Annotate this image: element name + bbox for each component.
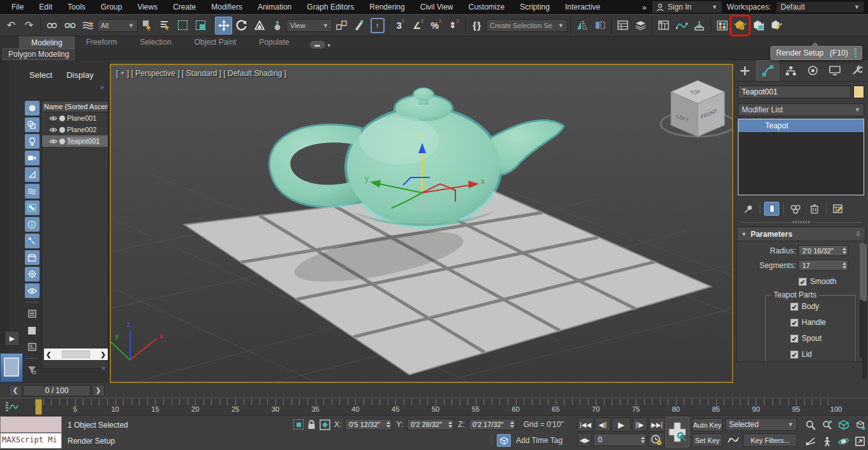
object-name-label[interactable]: Plane002 <box>67 126 97 133</box>
key-filters-button[interactable]: Key Filters... <box>743 433 797 447</box>
mini-curve-editor-icon[interactable] <box>3 400 20 413</box>
absolute-mode-toggle[interactable] <box>320 419 330 430</box>
explorer-overflow2-icon[interactable]: » <box>101 364 105 371</box>
configure-modifier-sets-icon[interactable] <box>830 202 846 216</box>
named-selection-sets-dropdown[interactable]: Create Selection Se▼ <box>486 19 568 32</box>
filter-spacewarps-icon[interactable] <box>25 184 40 199</box>
auto-key-button[interactable]: Auto Key <box>692 418 723 431</box>
tab-modify-icon[interactable] <box>756 60 780 81</box>
selection-filter-dropdown[interactable]: All▼ <box>97 19 138 32</box>
select-and-link-icon[interactable] <box>43 17 61 34</box>
menu-graph-editors[interactable]: Graph Editors <box>299 0 362 14</box>
menu-edit[interactable]: Edit <box>31 0 60 14</box>
set-keys-button[interactable] <box>665 417 689 447</box>
explorer-horizontal-scrollbar[interactable]: ❮ ❯ <box>44 349 108 360</box>
select-and-manipulate-icon[interactable] <box>351 17 368 34</box>
previous-frame-button[interactable]: ◀|| <box>595 417 610 431</box>
menu-file[interactable]: File <box>4 0 31 14</box>
scene-object-row-plane002[interactable]: Plane002 <box>42 124 108 135</box>
snaps-toggle-3d-icon[interactable]: 3ˀ <box>392 17 409 34</box>
edit-named-selection-sets-icon[interactable]: {⁄} <box>468 17 485 34</box>
scrollbar-thumb[interactable] <box>62 350 90 358</box>
frozen-dot-icon[interactable] <box>59 116 65 121</box>
filter-helpers-icon[interactable] <box>25 167 40 182</box>
modifier-list-dropdown[interactable]: Modifier List ▼ <box>738 103 864 116</box>
scene-object-row-plane001[interactable]: Plane001 <box>42 112 108 124</box>
zoom-extents-icon[interactable] <box>835 417 851 433</box>
filter-funnel-icon[interactable] <box>25 363 40 377</box>
handle-checkbox[interactable]: ✔ <box>790 319 798 327</box>
unlink-selection-icon[interactable] <box>61 17 78 34</box>
select-and-move-button[interactable] <box>215 17 232 34</box>
stack-item-teapot[interactable]: Teapot <box>739 119 864 132</box>
detail-view-icon[interactable] <box>25 340 40 354</box>
filter-containers-icon[interactable] <box>25 200 40 215</box>
filter-geometry-icon[interactable] <box>25 101 40 116</box>
frozen-dot-icon[interactable] <box>59 139 65 144</box>
orbit-icon[interactable] <box>835 433 851 449</box>
curve-editor-icon[interactable] <box>673 17 690 34</box>
frame-display[interactable]: 0 / 100 <box>23 385 91 396</box>
frozen-dot-icon[interactable] <box>59 127 65 133</box>
menu-customize[interactable]: Customize <box>461 0 513 14</box>
redo-button[interactable]: ↷ <box>20 17 38 34</box>
select-and-scale-button[interactable] <box>251 17 268 34</box>
tab-utilities-icon[interactable] <box>846 60 868 81</box>
filter-groups-icon[interactable] <box>25 250 40 265</box>
scroll-right-icon[interactable]: ❯ <box>101 351 106 358</box>
filter-xref-icon[interactable] <box>25 217 40 232</box>
radius-field[interactable]: 2'0 16/32" <box>798 245 848 256</box>
menu-overflow-icon[interactable]: » <box>642 3 647 12</box>
material-editor-icon[interactable] <box>714 17 731 34</box>
visibility-eye-icon[interactable] <box>49 127 57 133</box>
select-by-name-icon[interactable] <box>156 17 173 34</box>
menu-rendering[interactable]: Rendering <box>362 0 412 14</box>
y-coordinate-field[interactable]: 0'2 28/32" <box>407 419 454 430</box>
object-name-field[interactable]: Teapot001 <box>738 86 851 98</box>
viewport-label[interactable]: [ + ] [ Perspective ] [ Standard ] [ Def… <box>116 69 286 78</box>
object-name-label[interactable]: Plane001 <box>67 114 97 122</box>
modifier-stack[interactable]: Teapot <box>738 119 864 195</box>
lid-checkbox[interactable]: ✔ <box>790 350 798 359</box>
spinner-snap-toggle-icon[interactable]: ⇕ˀ <box>445 17 462 34</box>
angle-snap-toggle-icon[interactable]: ∠ˀ <box>409 17 427 34</box>
bind-to-space-warp-icon[interactable] <box>79 17 96 34</box>
set-key-button[interactable]: Set Key <box>692 433 723 447</box>
isolate-selection-toggle[interactable] <box>293 419 304 430</box>
next-frame-button[interactable]: ❯ <box>92 385 105 396</box>
time-slider-ruler[interactable]: 0510152025303540455055606570758085909510… <box>0 398 868 416</box>
go-to-end-button[interactable]: ▶▶| <box>649 417 665 431</box>
percent-snap-toggle-icon[interactable]: %ˀ <box>427 17 445 34</box>
ribbon-minimize-icon[interactable]: ▬ <box>310 41 325 49</box>
menu-civil-view[interactable]: Civil View <box>413 0 461 14</box>
segments-spinner[interactable] <box>842 262 846 269</box>
schematic-view-icon[interactable] <box>691 17 708 34</box>
filter-visibility-icon[interactable] <box>25 283 40 298</box>
prev-frame-button[interactable]: ❮ <box>9 385 22 396</box>
field-of-view-icon[interactable] <box>802 433 818 449</box>
tab-motion-icon[interactable] <box>802 60 824 81</box>
selection-lock-toggle[interactable] <box>307 419 316 430</box>
menu-create[interactable]: Create <box>165 0 203 14</box>
panel-thumbnail[interactable] <box>0 353 23 382</box>
select-object-icon[interactable] <box>138 17 156 34</box>
menu-modifiers[interactable]: Modifiers <box>203 0 250 14</box>
tab-display-icon[interactable] <box>824 60 846 81</box>
parameters-rollout-header[interactable]: ▼ Parameters ⠿ <box>737 227 865 241</box>
use-pivot-point-center-icon[interactable] <box>333 17 350 34</box>
pin-stack-icon[interactable] <box>740 202 756 216</box>
object-name-label[interactable]: Teapot001 <box>67 137 99 145</box>
current-frame-field[interactable]: 0 <box>593 433 647 446</box>
tab-display[interactable]: Display <box>66 70 94 80</box>
name-column-header[interactable]: Name (Sorted Ascend <box>42 101 108 112</box>
time-slider-playhead[interactable] <box>35 399 42 415</box>
maxscript-listener-field[interactable]: MAXScript Mi <box>0 433 62 449</box>
mirror-icon[interactable] <box>573 17 591 34</box>
tab-hierarchy-icon[interactable] <box>779 60 802 81</box>
menu-group[interactable]: Group <box>93 0 129 14</box>
chevron-down-icon[interactable]: ▾ <box>328 42 331 49</box>
filter-particles-icon[interactable] <box>25 267 40 281</box>
select-and-place-icon[interactable] <box>268 17 286 34</box>
rendered-frame-window-icon[interactable] <box>749 17 767 34</box>
menu-views[interactable]: Views <box>129 0 165 14</box>
